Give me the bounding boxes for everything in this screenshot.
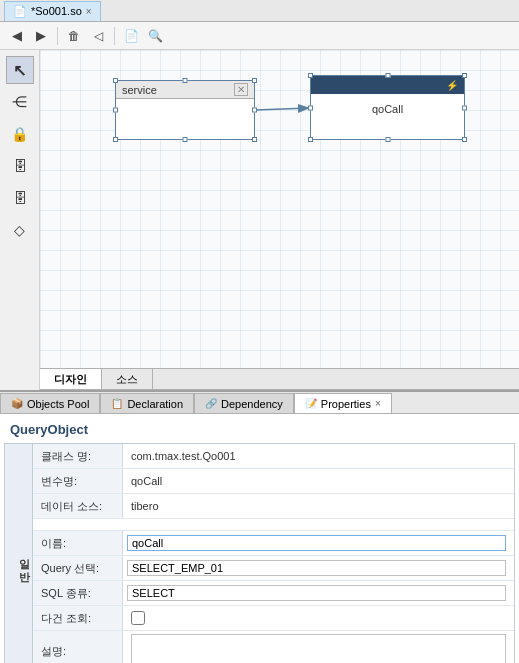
- props-value-description[interactable]: [123, 631, 514, 663]
- design-tab[interactable]: 디자인: [40, 369, 102, 389]
- source-tab-label: 소스: [116, 372, 138, 387]
- multiquery-checkbox[interactable]: [131, 611, 145, 625]
- toolbar-separator-2: [114, 27, 115, 45]
- props-label-multiquery: 다건 조회:: [33, 606, 123, 630]
- file-tab[interactable]: 📄 *So001.so ×: [4, 1, 101, 21]
- qocall-node-header: ⚡: [311, 76, 464, 94]
- file-tab-label: *So001.so: [31, 5, 82, 17]
- back-button[interactable]: ◀: [6, 25, 28, 47]
- qo-resize-br[interactable]: [462, 137, 467, 142]
- qo-resize-bm[interactable]: [385, 137, 390, 142]
- resize-tm[interactable]: [183, 78, 188, 83]
- select-icon: ↖: [13, 61, 26, 80]
- properties-label: Properties: [321, 398, 371, 410]
- service-node-icon: ✕: [234, 83, 248, 96]
- toolbar: ◀ ▶ 🗑 ◁ 📄 🔍: [0, 22, 519, 50]
- qocall-node-icon: ⚡: [446, 80, 458, 91]
- lower-panel: 📦 Objects Pool 📋 Declaration 🔗 Dependenc…: [0, 390, 519, 663]
- dependency-tab[interactable]: 🔗 Dependency: [194, 393, 294, 413]
- lock-icon: 🔒: [11, 126, 28, 142]
- branch-icon: ⋲: [12, 93, 27, 111]
- resize-bm[interactable]: [183, 137, 188, 142]
- source-tab[interactable]: 소스: [102, 369, 153, 389]
- delete-button[interactable]: 🗑: [63, 25, 85, 47]
- lock-tool[interactable]: 🔒: [6, 120, 34, 148]
- props-label-classname: 클래스 명:: [33, 444, 123, 468]
- panel-tab-bar: 📦 Objects Pool 📋 Declaration 🔗 Dependenc…: [0, 392, 519, 414]
- props-row-sqltype: SQL 종류:: [33, 581, 514, 606]
- description-textarea[interactable]: [131, 634, 506, 663]
- properties-content: QueryObject 일반 클래스 명: com.tmax.test.Qo00…: [0, 414, 519, 663]
- props-spacer: [33, 519, 514, 531]
- objects-pool-tab[interactable]: 📦 Objects Pool: [0, 393, 100, 413]
- toolbar-separator-1: [57, 27, 58, 45]
- declaration-label: Declaration: [127, 398, 183, 410]
- left-button[interactable]: ◁: [87, 25, 109, 47]
- canvas-tabs: 디자인 소스: [40, 368, 519, 390]
- properties-tab[interactable]: 📝 Properties ×: [294, 393, 392, 413]
- properties-tab-close[interactable]: ×: [375, 398, 381, 409]
- resize-lm[interactable]: [113, 108, 118, 113]
- page-button[interactable]: 📄: [120, 25, 142, 47]
- sqltype-input[interactable]: [127, 585, 506, 601]
- resize-rm[interactable]: [252, 108, 257, 113]
- props-row-query: Query 선택:: [33, 556, 514, 581]
- design-tab-label: 디자인: [54, 372, 87, 387]
- props-label-datasource: 데이터 소스:: [33, 494, 123, 518]
- props-row-name: 이름:: [33, 531, 514, 556]
- select-tool[interactable]: ↖: [6, 56, 34, 84]
- props-value-query[interactable]: [123, 556, 514, 580]
- props-section-label: 일반: [4, 443, 32, 663]
- diamond-icon: ◇: [14, 222, 25, 238]
- top-tab-bar: 📄 *So001.so ×: [0, 0, 519, 22]
- service-node[interactable]: service ✕: [115, 80, 255, 140]
- sidebar: ↖ ⋲ 🔒 🗄 🗄 ◇: [0, 50, 40, 390]
- props-value-sqltype[interactable]: [123, 581, 514, 605]
- props-label-description: 설명:: [33, 631, 123, 663]
- props-table: 클래스 명: com.tmax.test.Qo001 변수명: qoCall: [32, 443, 515, 663]
- props-value-classname: com.tmax.test.Qo001: [123, 444, 514, 468]
- qo-resize-lm[interactable]: [308, 105, 313, 110]
- props-value-multiquery[interactable]: [123, 606, 514, 630]
- canvas-area[interactable]: service ✕ ⚡ qoCall: [40, 50, 519, 368]
- qo-resize-tl[interactable]: [308, 73, 313, 78]
- db2-tool[interactable]: 🗄: [6, 184, 34, 212]
- qo-resize-bl[interactable]: [308, 137, 313, 142]
- props-row-varname: 변수명: qoCall: [33, 469, 514, 494]
- db-tool[interactable]: 🗄: [6, 152, 34, 180]
- service-node-header: service ✕: [116, 81, 254, 99]
- resize-bl[interactable]: [113, 137, 118, 142]
- resize-br[interactable]: [252, 137, 257, 142]
- diamond-tool[interactable]: ◇: [6, 216, 34, 244]
- search-button[interactable]: 🔍: [144, 25, 166, 47]
- props-title: QueryObject: [4, 418, 515, 443]
- qo-resize-tr[interactable]: [462, 73, 467, 78]
- props-label-name: 이름:: [33, 531, 123, 555]
- props-layout: 일반 클래스 명: com.tmax.test.Qo001 변수명:: [4, 443, 515, 663]
- props-row-datasource: 데이터 소스: tibero: [33, 494, 514, 519]
- qo-resize-tm[interactable]: [385, 73, 390, 78]
- qocall-node-label: qoCall: [372, 103, 403, 115]
- name-input[interactable]: [127, 535, 506, 551]
- query-input[interactable]: [127, 560, 506, 576]
- objects-pool-label: Objects Pool: [27, 398, 89, 410]
- forward-button[interactable]: ▶: [30, 25, 52, 47]
- qocall-node[interactable]: ⚡ qoCall: [310, 75, 465, 140]
- props-value-name[interactable]: [123, 531, 514, 555]
- svg-line-1: [255, 108, 310, 110]
- qo-resize-rm[interactable]: [462, 105, 467, 110]
- declaration-icon: 📋: [111, 398, 123, 409]
- props-label-varname: 변수명:: [33, 469, 123, 493]
- branch-tool[interactable]: ⋲: [6, 88, 34, 116]
- declaration-tab[interactable]: 📋 Declaration: [100, 393, 194, 413]
- props-label-query: Query 선택:: [33, 556, 123, 580]
- service-node-label: service: [122, 84, 157, 96]
- objects-pool-icon: 📦: [11, 398, 23, 409]
- db-icon: 🗄: [13, 158, 27, 174]
- resize-tl[interactable]: [113, 78, 118, 83]
- props-row-classname: 클래스 명: com.tmax.test.Qo001: [33, 444, 514, 469]
- main-container: ↖ ⋲ 🔒 🗄 🗄 ◇: [0, 50, 519, 390]
- db2-icon: 🗄: [13, 190, 27, 206]
- resize-tr[interactable]: [252, 78, 257, 83]
- file-tab-close[interactable]: ×: [86, 6, 92, 17]
